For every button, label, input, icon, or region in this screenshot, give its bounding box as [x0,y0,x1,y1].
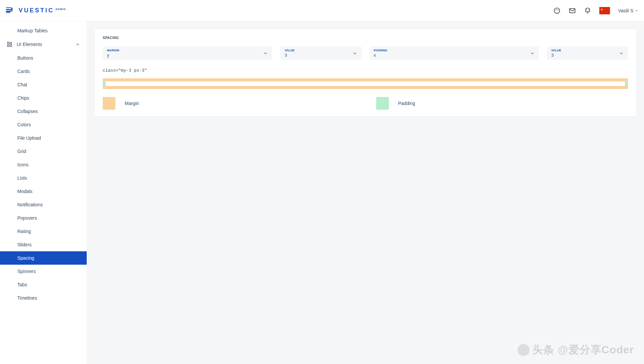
header: VUESTIC ADMIN Vasili S [0,0,644,21]
sidebar-item-lists[interactable]: Lists [0,171,87,185]
sidebar-item-sliders[interactable]: Sliders [0,238,87,251]
sidebar-item-buttons[interactable]: Buttons [0,51,87,65]
margin-swatch [103,97,115,110]
padding-swatch [376,97,389,110]
select-value: 3 [551,53,624,58]
mail-button[interactable] [569,7,576,14]
palette-icon [553,7,561,14]
select-label: MARGIN [107,49,268,52]
svg-point-3 [558,10,559,10]
sidebar-item-collapses[interactable]: Collapses [0,105,87,118]
chevron-up-icon [75,42,80,47]
select-value-1[interactable]: VALUE 3 [280,46,361,60]
legend: Margin Padding [103,97,628,110]
chevron-down-icon [353,51,357,56]
svg-point-2 [557,9,557,9]
spacing-demo [103,78,628,89]
logo-text: VUESTIC [19,7,54,14]
card-title: SPACING [103,36,628,40]
sidebar-item-notifications[interactable]: Notifications [0,198,87,211]
select-value: 3 [284,53,357,58]
sidebar-item-tabs[interactable]: Tabs [0,278,87,291]
notifications-button[interactable] [584,7,591,14]
header-actions: Vasili S [553,7,639,14]
legend-margin: Margin [103,97,355,110]
ui-elements-icon [7,41,13,47]
mail-icon [569,7,576,14]
sidebar-item-markup-tables[interactable]: Markup Tables [0,24,87,37]
select-value: x [374,53,535,58]
chevron-down-icon [530,51,535,56]
language-flag[interactable] [599,7,610,14]
legend-margin-label: Margin [125,101,139,106]
sidebar-item-spinners[interactable]: Spinners [0,265,87,278]
selects-row: MARGIN y VALUE 3 PADDING x VALUE 3 [103,46,628,60]
sidebar-item-modals[interactable]: Modals [0,185,87,198]
sidebar-item-icons[interactable]: Icons [0,158,87,171]
svg-point-6 [10,42,12,44]
legend-padding-label: Padding [398,101,415,106]
select-margin-0[interactable]: MARGIN y [103,46,272,60]
logo-subtext: ADMIN [55,8,66,11]
sidebar-item-popovers[interactable]: Popovers [0,211,87,225]
sidebar-item-chat[interactable]: Chat [0,78,87,91]
spacing-demo-padding [103,81,628,86]
user-name: Vasili S [618,8,633,13]
menu-toggle-button[interactable] [5,7,13,15]
class-code: class="my-3 px-3" [103,68,628,73]
sidebar-item-file-upload[interactable]: File Upload [0,131,87,145]
sidebar-item-rating[interactable]: Rating [0,225,87,238]
chevron-down-icon [263,51,268,56]
sidebar-item-colors[interactable]: Colors [0,118,87,131]
sidebar-parent-ui-elements[interactable]: UI Elements [0,37,87,51]
user-menu[interactable]: Vasili S [618,8,639,13]
content: SPACING MARGIN y VALUE 3 PADDING x VALUE… [87,21,644,364]
sidebar-item-grid[interactable]: Grid [0,145,87,158]
chevron-down-icon [635,9,639,13]
menu-collapse-icon [5,7,13,15]
select-padding-2[interactable]: PADDING x [370,46,539,60]
spacing-card: SPACING MARGIN y VALUE 3 PADDING x VALUE… [95,29,636,116]
legend-padding: Padding [376,97,628,110]
svg-point-1 [556,10,556,10]
spacing-demo-content [106,81,625,86]
sidebar-item-cards[interactable]: Cards [0,65,87,78]
svg-rect-8 [10,45,12,47]
logo[interactable]: VUESTIC ADMIN [19,7,66,14]
svg-rect-5 [7,42,9,44]
sidebar-item-chips[interactable]: Chips [0,91,87,105]
sidebar-item-timelines[interactable]: Timelines [0,291,87,305]
bell-icon [584,7,591,14]
chevron-down-icon [619,51,624,56]
select-label: VALUE [551,49,624,52]
select-value-3[interactable]: VALUE 3 [547,46,628,60]
sidebar: Markup Tables UI Elements ButtonsCardsCh… [0,21,87,364]
sidebar-item-spacing[interactable]: Spacing [0,251,87,265]
select-label: PADDING [374,49,535,52]
svg-rect-7 [7,45,9,47]
theme-button[interactable] [553,7,561,14]
select-label: VALUE [284,49,357,52]
select-value: y [107,53,268,58]
sidebar-parent-label: UI Elements [17,42,42,47]
